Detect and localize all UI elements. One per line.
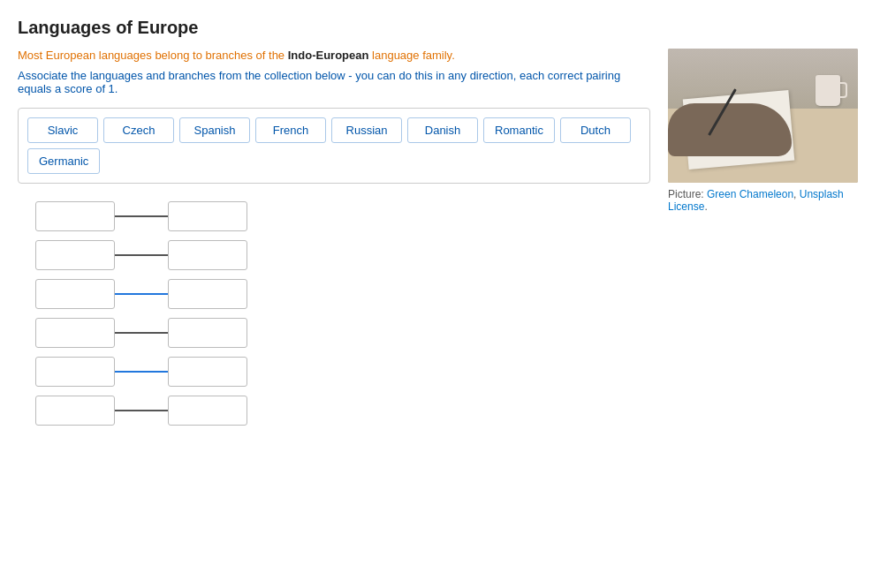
- match-right-2[interactable]: [168, 240, 247, 270]
- match-right-4[interactable]: [168, 318, 247, 348]
- match-left-2[interactable]: [35, 240, 115, 270]
- word-chip-spanish[interactable]: Spanish: [179, 117, 250, 143]
- word-chip-romantic[interactable]: Romantic: [483, 117, 555, 143]
- match-left-1[interactable]: [35, 201, 115, 231]
- match-row-2: [35, 240, 650, 270]
- green-chameleon-link[interactable]: Green Chameleon: [707, 188, 793, 200]
- match-left-6[interactable]: [35, 396, 115, 426]
- picture-caption-text: Picture:: [668, 188, 707, 200]
- match-right-3[interactable]: [168, 279, 247, 309]
- photo-image: [668, 49, 858, 183]
- word-chip-french[interactable]: French: [255, 117, 326, 143]
- match-left-5[interactable]: [35, 357, 115, 387]
- match-line-3: [115, 293, 168, 295]
- word-chip-czech[interactable]: Czech: [103, 117, 174, 143]
- intro-text-1: Most European languages belong to branch…: [18, 49, 650, 62]
- match-row-4: [35, 318, 650, 348]
- match-right-6[interactable]: [168, 396, 247, 426]
- match-right-1[interactable]: [168, 201, 247, 231]
- left-section: Most European languages belong to branch…: [18, 49, 650, 426]
- picture-caption: Picture: Green Chameleon, Unsplash Licen…: [668, 188, 862, 213]
- word-chip-germanic[interactable]: Germanic: [27, 148, 100, 174]
- match-row-6: [35, 396, 650, 426]
- match-line-2: [115, 254, 168, 256]
- matching-area: [18, 201, 650, 426]
- word-chip-dutch[interactable]: Dutch: [560, 117, 631, 143]
- match-line-4: [115, 332, 168, 334]
- word-chip-danish[interactable]: Danish: [407, 117, 478, 143]
- word-bank: Slavic Czech Spanish French Russian Dani…: [18, 108, 650, 184]
- match-left-4[interactable]: [35, 318, 115, 348]
- match-left-3[interactable]: [35, 279, 115, 309]
- word-chip-russian[interactable]: Russian: [331, 117, 402, 143]
- intro-text-2: Associate the languages and branches fro…: [18, 69, 650, 95]
- page-title: Languages of Europe: [18, 18, 862, 38]
- match-right-5[interactable]: [168, 357, 247, 387]
- word-chip-slavic[interactable]: Slavic: [27, 117, 98, 143]
- match-line-6: [115, 410, 168, 411]
- match-row-1: [35, 201, 650, 231]
- match-line-1: [115, 215, 168, 217]
- match-row-5: [35, 357, 650, 387]
- match-row-3: [35, 279, 650, 309]
- right-section: Picture: Green Chameleon, Unsplash Licen…: [668, 49, 862, 426]
- match-line-5: [115, 371, 168, 373]
